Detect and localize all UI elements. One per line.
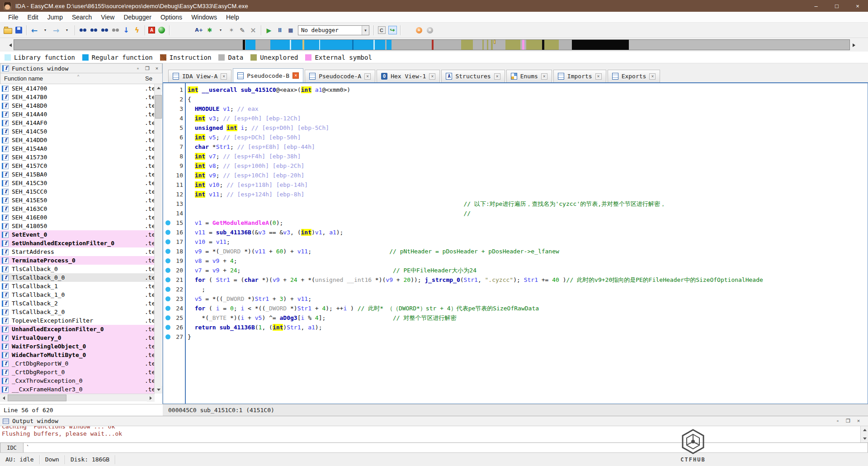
fix-button[interactable]: ✶	[226, 25, 236, 35]
functions-vertical-scrollbar[interactable]	[154, 84, 162, 394]
tab-hex-view-1[interactable]: OHex View-1×	[377, 70, 440, 82]
panel-close-button[interactable]: ×	[154, 66, 160, 71]
tab-close-icon[interactable]: ×	[649, 73, 656, 80]
function-row[interactable]: fSEH_414700.text	[0, 84, 155, 93]
function-row[interactable]: fSEH_414AF0.text	[0, 119, 155, 127]
combo-dropdown-arrow[interactable]: ▾	[362, 26, 369, 35]
rename-button[interactable]: A+	[194, 25, 204, 35]
function-row[interactable]: fTlsCallback_2.text	[0, 299, 155, 308]
search-again-button[interactable]	[110, 25, 120, 35]
tab-ida-view-a[interactable]: IDA View-A×	[168, 70, 231, 82]
save-button[interactable]	[14, 25, 24, 35]
function-row[interactable]: f__CxxFrameHandler3_0.text	[0, 385, 155, 394]
search-names-button[interactable]	[78, 25, 88, 35]
menu-debugger[interactable]: Debugger	[119, 12, 156, 22]
navigate-forward-button[interactable]: →	[51, 25, 61, 35]
function-row[interactable]: fSEH_415CC0.text	[0, 187, 155, 196]
jump-address-button[interactable]: ↓	[121, 25, 131, 35]
tab-imports[interactable]: Imports×	[553, 70, 606, 82]
panel-restore-button[interactable]: ▫	[835, 418, 841, 424]
scroll-up-icon[interactable]	[861, 426, 868, 434]
function-row[interactable]: fTlsCallback_2_0.text	[0, 308, 155, 316]
scroll-right-icon[interactable]	[147, 394, 155, 402]
function-row[interactable]: fSEH_4147B0.text	[0, 93, 155, 101]
make-data-button[interactable]	[183, 25, 193, 35]
scrollbar-thumb[interactable]	[8, 395, 66, 401]
output-scrollbar[interactable]	[860, 426, 868, 442]
function-row[interactable]: fSEH_4157C0.text	[0, 162, 155, 170]
function-row[interactable]: fStartAddress.text	[0, 247, 155, 256]
minimize-button[interactable]: –	[806, 0, 826, 12]
menu-file[interactable]: File	[4, 12, 23, 22]
function-row[interactable]: fSEH_415E50.text	[0, 196, 155, 204]
tab-close-icon[interactable]: ×	[494, 73, 500, 80]
panel-restore-button[interactable]: ▫	[135, 66, 141, 71]
menu-help[interactable]: Help	[222, 12, 244, 22]
menu-search[interactable]: Search	[67, 12, 96, 22]
problems-button[interactable]: A	[148, 25, 156, 35]
function-row[interactable]: fTlsCallback_1.text	[0, 282, 155, 290]
function-row[interactable]: f_CrtDbgReportW_0.text	[0, 359, 155, 368]
output-log[interactable]: caching 'Functions window'... ok Flushin…	[0, 426, 860, 442]
close-button[interactable]: ×	[847, 0, 868, 12]
function-row[interactable]: fSEH_4148D0.text	[0, 101, 155, 110]
search-values-button[interactable]	[99, 25, 109, 35]
function-row[interactable]: fSEH_415BA0.text	[0, 170, 155, 179]
tab-exports[interactable]: Exports×	[608, 70, 660, 82]
forward-dropdown-arrow[interactable]: ▾	[62, 25, 72, 35]
tab-close-icon[interactable]: ×	[595, 73, 602, 80]
delete-breakpoint-button[interactable]: ×	[425, 25, 435, 35]
output-window-titlebar[interactable]: Output window ▫❐×	[0, 416, 868, 426]
tab-close-icon[interactable]: ×	[364, 73, 371, 80]
function-row[interactable]: fSEH_4163C0.text	[0, 204, 155, 213]
menu-options[interactable]: Options	[156, 12, 187, 22]
navigation-band[interactable]	[14, 39, 850, 50]
function-row[interactable]: fSEH_415C30.text	[0, 179, 155, 187]
function-row[interactable]: fSetUnhandledExceptionFilter_0.text	[0, 239, 155, 247]
tab-close-icon[interactable]: ×	[541, 73, 547, 80]
patterns-dropdown-arrow[interactable]: ▾	[216, 25, 226, 35]
function-row[interactable]: fSEH_416E00.text	[0, 213, 155, 222]
make-code-button[interactable]	[172, 25, 182, 35]
debugger-start-button[interactable]: ▶	[264, 25, 274, 35]
lumina-button[interactable]: ϟ	[132, 25, 142, 35]
function-row[interactable]: fTlsCallback_0.text	[0, 265, 155, 273]
debugger-combo[interactable]: No debugger▾	[298, 25, 369, 35]
menu-view[interactable]: View	[96, 12, 119, 22]
function-row[interactable]: f_CrtDbgReport_0.text	[0, 368, 155, 376]
tab-pseudocode-a[interactable]: Pseudocode-A×	[305, 70, 375, 82]
snapshot-button[interactable]	[403, 25, 413, 35]
back-dropdown-arrow[interactable]: ▾	[40, 25, 50, 35]
menu-jump[interactable]: Jump	[43, 12, 67, 22]
idc-command-input[interactable]	[24, 442, 868, 453]
scroll-left-icon[interactable]	[0, 394, 8, 402]
column-function-name[interactable]: Function name	[4, 75, 43, 82]
navigate-back-button[interactable]: ←	[29, 25, 39, 35]
function-row[interactable]: fWaitForSingleObject_0.text	[0, 342, 155, 351]
scrollbar-thumb[interactable]	[155, 95, 162, 119]
edit-button[interactable]: ✎	[237, 25, 247, 35]
function-row[interactable]: fUnhandledExceptionFilter_0.text	[0, 325, 155, 333]
debugger-stop-button[interactable]: ■	[286, 25, 296, 35]
continue-c-button[interactable]: ↪	[387, 25, 397, 35]
scroll-down-icon[interactable]	[861, 435, 868, 442]
function-row[interactable]: f_CxxThrowException_0.text	[0, 376, 155, 385]
tab-close-icon[interactable]: ×	[429, 73, 435, 80]
function-row[interactable]: fSEH_414C50.text	[0, 127, 155, 136]
function-row[interactable]: fSEH_415730.text	[0, 153, 155, 162]
functions-window-titlebar[interactable]: f Functions window ▫❐×	[0, 63, 162, 73]
function-row[interactable]: fTerminateProcess_0.text	[0, 256, 155, 265]
database-state-orb[interactable]	[156, 25, 166, 35]
band-left-arrow-icon[interactable]	[9, 43, 12, 47]
function-row[interactable]: fSetEvent_0.text	[0, 230, 155, 239]
functions-horizontal-scrollbar[interactable]	[0, 394, 155, 401]
panel-close-button[interactable]: ×	[855, 418, 862, 424]
maximize-button[interactable]: □	[826, 0, 847, 12]
function-row[interactable]: fSEH_4154A0.text	[0, 144, 155, 153]
functions-list-header[interactable]: Function name ^ Se	[0, 73, 162, 84]
tab-structures[interactable]: AStructures×	[441, 70, 505, 82]
panel-float-button[interactable]: ❐	[845, 418, 851, 424]
tab-enums[interactable]: Enums×	[506, 70, 552, 82]
breakpoint-c-button[interactable]: C	[377, 25, 387, 35]
open-file-button[interactable]	[3, 25, 13, 35]
